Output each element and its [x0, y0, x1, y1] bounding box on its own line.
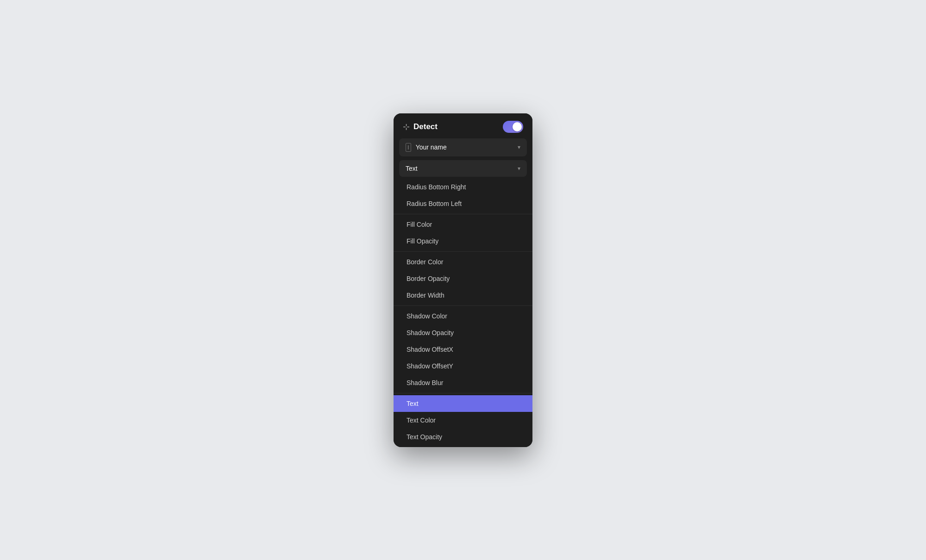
radius-group: Radius Bottom Right Radius Bottom Left [394, 177, 532, 214]
list-item-shadow-opacity[interactable]: Shadow Opacity [394, 324, 532, 341]
text-dropdown[interactable]: Text ▾ [399, 160, 527, 177]
name-dropdown-left: I Your name [406, 143, 447, 152]
text-group: Text Text Color Text Opacity [394, 393, 532, 447]
shadow-group: Shadow Color Shadow Opacity Shadow Offse… [394, 306, 532, 393]
list-item-text[interactable]: Text [394, 395, 532, 412]
list-item-text-color[interactable]: Text Color [394, 412, 532, 429]
border-group: Border Color Border Opacity Border Width [394, 252, 532, 306]
panel-title: Detect [413, 122, 438, 131]
list-item-shadow-offsetx[interactable]: Shadow OffsetX [394, 341, 532, 358]
toggle-switch[interactable] [503, 121, 523, 133]
text-dropdown-label: Text [406, 165, 418, 172]
fill-group: Fill Color Fill Opacity [394, 214, 532, 252]
panel-header: ⊹ Detect [394, 113, 532, 138]
name-icon: I [406, 143, 411, 152]
list-item-radius-bottom-right[interactable]: Radius Bottom Right [394, 179, 532, 195]
list-item-radius-bottom-left[interactable]: Radius Bottom Left [394, 195, 532, 212]
detect-panel: ⊹ Detect I Your name ▾ Text ▾ Radius Bot… [394, 113, 532, 447]
list-item-shadow-blur[interactable]: Shadow Blur [394, 374, 532, 391]
name-chevron-icon: ▾ [518, 144, 520, 150]
list-item-shadow-color[interactable]: Shadow Color [394, 308, 532, 324]
detect-icon: ⊹ [403, 122, 410, 132]
list-item-border-color[interactable]: Border Color [394, 254, 532, 270]
list-item-fill-color[interactable]: Fill Color [394, 216, 532, 233]
text-chevron-icon: ▾ [518, 165, 520, 172]
list-item-fill-opacity[interactable]: Fill Opacity [394, 233, 532, 249]
list-item-border-width[interactable]: Border Width [394, 287, 532, 304]
toggle-knob [513, 122, 522, 131]
name-dropdown[interactable]: I Your name ▾ [399, 138, 527, 156]
list-item-text-opacity[interactable]: Text Opacity [394, 429, 532, 445]
dropdown-list: Radius Bottom Right Radius Bottom Left F… [394, 177, 532, 447]
header-left: ⊹ Detect [403, 122, 438, 132]
list-item-shadow-offsety[interactable]: Shadow OffsetY [394, 358, 532, 374]
list-item-border-opacity[interactable]: Border Opacity [394, 270, 532, 287]
name-label: Your name [416, 143, 447, 151]
